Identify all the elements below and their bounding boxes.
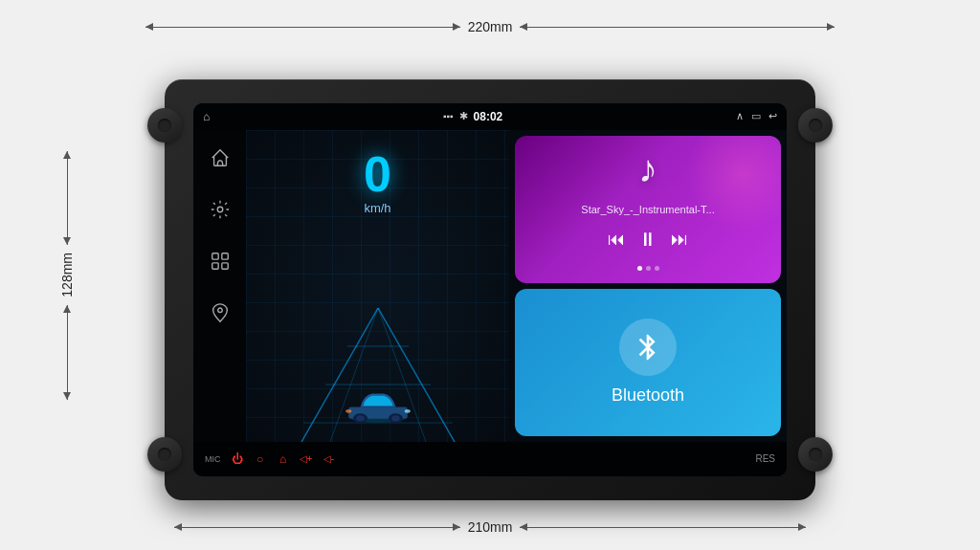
screen: ⌂ ▪▪▪ ✱ 08:02 ∧ ▭ ↩ [193, 103, 787, 476]
svg-point-16 [356, 415, 365, 421]
status-right: ∧ ▭ ↩ [736, 110, 777, 122]
bottom-arrow-line-left [174, 527, 460, 528]
home-status-icon: ⌂ [203, 110, 210, 123]
bottom-left-controls: MIC ⏻ ○ ⌂ ◁+ ◁- [205, 449, 340, 470]
back-icon: ↩ [768, 110, 777, 122]
svg-rect-3 [212, 262, 217, 268]
diagram-container: 220mm 128mm ⌂ ▪▪▪ [31, 10, 949, 540]
speed-unit: km/h [364, 201, 391, 215]
music-panel[interactable]: ♪ Star_Sky_-_Instrumental-T... ⏮ ⏸ ⏭ [515, 136, 781, 283]
mount-ear-top-left [147, 108, 182, 143]
svg-rect-4 [221, 262, 227, 268]
power-button[interactable]: ⏻ [227, 449, 248, 470]
music-note-icon: ♪ [638, 147, 657, 190]
screen-bezel: ⌂ ▪▪▪ ✱ 08:02 ∧ ▭ ↩ [193, 103, 787, 476]
top-arrow-line [145, 27, 460, 28]
status-center: ▪▪▪ ✱ 08:02 [443, 110, 502, 123]
sidebar-apps-icon[interactable] [204, 245, 236, 277]
svg-rect-2 [221, 253, 227, 258]
back-bottom-button[interactable]: ⌂ [273, 449, 294, 470]
vol-up-button[interactable]: ◁+ [296, 449, 317, 470]
bluetooth-status-icon: ✱ [459, 110, 468, 122]
top-dimension-label: 220mm [460, 19, 521, 34]
left-arrow-v-bottom [67, 305, 68, 400]
sidebar-settings-icon[interactable] [204, 193, 236, 226]
bottom-dimension: 210mm [174, 519, 806, 535]
vol-down-button[interactable]: ◁- [319, 449, 340, 470]
top-arrow-line-right [520, 27, 835, 28]
speed-display: 0 km/h [364, 149, 391, 215]
next-button[interactable]: ⏭ [671, 230, 688, 250]
svg-point-5 [217, 307, 222, 312]
left-arrow-v-top [67, 151, 68, 246]
dot-2 [646, 266, 651, 271]
status-bar: ⌂ ▪▪▪ ✱ 08:02 ∧ ▭ ↩ [193, 103, 787, 130]
citro-icon: ∧ [736, 110, 744, 122]
svg-rect-1 [212, 253, 217, 258]
left-dimension: 128mm [59, 86, 75, 464]
mount-ear-bottom-right [798, 437, 833, 472]
res-label: RES [755, 453, 775, 464]
mount-ear-bottom-left [147, 437, 182, 472]
status-left: ⌂ [203, 110, 210, 123]
sidebar [193, 130, 246, 442]
svg-point-19 [404, 409, 410, 413]
sidebar-nav-icon[interactable] [204, 297, 236, 329]
battery-icon: ▭ [751, 110, 761, 122]
svg-point-20 [345, 409, 351, 413]
prev-button[interactable]: ⏮ [608, 230, 625, 250]
signal-icon: ▪▪▪ [443, 111, 454, 121]
bottom-bar: MIC ⏻ ○ ⌂ ◁+ ◁- RES [193, 442, 787, 476]
center-speedometer-area: 0 km/h [246, 130, 509, 442]
music-title: Star_Sky_-_Instrumental-T... [526, 204, 769, 215]
main-content: 0 km/h [193, 130, 787, 442]
bottom-arrow-line-right [520, 527, 806, 528]
bottom-dimension-label: 210mm [460, 519, 521, 535]
music-controls: ⏮ ⏸ ⏭ [608, 229, 688, 251]
svg-point-18 [391, 415, 400, 421]
play-pause-button[interactable]: ⏸ [638, 229, 657, 251]
mount-ear-top-right [798, 108, 833, 143]
dot-1 [637, 266, 642, 271]
music-dots [637, 266, 659, 271]
right-panels: ♪ Star_Sky_-_Instrumental-T... ⏮ ⏸ ⏭ [509, 130, 787, 442]
head-unit: ⌂ ▪▪▪ ✱ 08:02 ∧ ▭ ↩ [165, 79, 815, 500]
sidebar-home-icon[interactable] [204, 142, 236, 174]
svg-point-0 [217, 207, 223, 212]
bluetooth-icon [619, 319, 677, 376]
car-icon-svg [342, 386, 413, 425]
bluetooth-panel[interactable]: Bluetooth [515, 289, 781, 436]
left-dimension-label: 128mm [59, 245, 75, 305]
bluetooth-label: Bluetooth [612, 385, 684, 406]
speed-number: 0 [364, 149, 391, 199]
mic-label: MIC [205, 454, 221, 464]
home-bottom-button[interactable]: ○ [250, 449, 271, 470]
dot-3 [655, 266, 659, 271]
time-display: 08:02 [474, 110, 503, 123]
top-dimension: 220mm [145, 19, 835, 34]
